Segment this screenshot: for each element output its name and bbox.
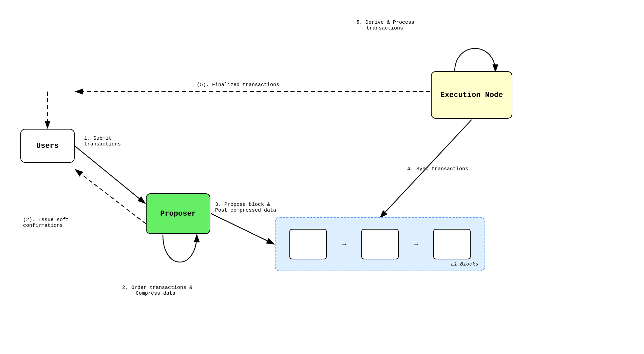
svg-line-7 xyxy=(75,170,146,224)
step2-loop-label: 2. Order transactions & Compress data xyxy=(122,285,192,296)
l1-blocks-container: → → L1 Blocks xyxy=(275,217,485,271)
l1-block-2 xyxy=(361,229,399,259)
l1-block-3 xyxy=(433,229,471,259)
users-node: Users xyxy=(20,129,75,163)
l1-arrow-2: → xyxy=(414,240,418,248)
step5-finalized-label: (5). Finalized transactions xyxy=(197,82,279,88)
execution-node: Execution Node xyxy=(431,71,512,119)
svg-line-2 xyxy=(75,146,145,203)
proposer-label: Proposer xyxy=(160,210,196,218)
proposer-node: Proposer xyxy=(146,193,210,234)
arrows-layer xyxy=(0,0,644,354)
diagram: Users Execution Node Proposer → → L1 Blo… xyxy=(0,0,644,354)
l1-block-1 xyxy=(289,229,327,259)
users-label: Users xyxy=(36,142,59,150)
svg-line-3 xyxy=(211,214,274,244)
step1-label: 1. Submit transactions xyxy=(84,136,121,147)
step5-label: 5. Derive & Process transactions xyxy=(356,20,414,31)
l1-arrow-1: → xyxy=(342,240,346,248)
step2-label: (2). Issue soft confirmations xyxy=(23,217,69,229)
step4-label: 4. Sync transactions xyxy=(407,166,468,172)
step3-label: 3. Propose block & Post compressed data xyxy=(215,202,276,213)
l1-blocks-label: L1 Blocks xyxy=(451,261,478,267)
execution-label: Execution Node xyxy=(440,91,503,99)
